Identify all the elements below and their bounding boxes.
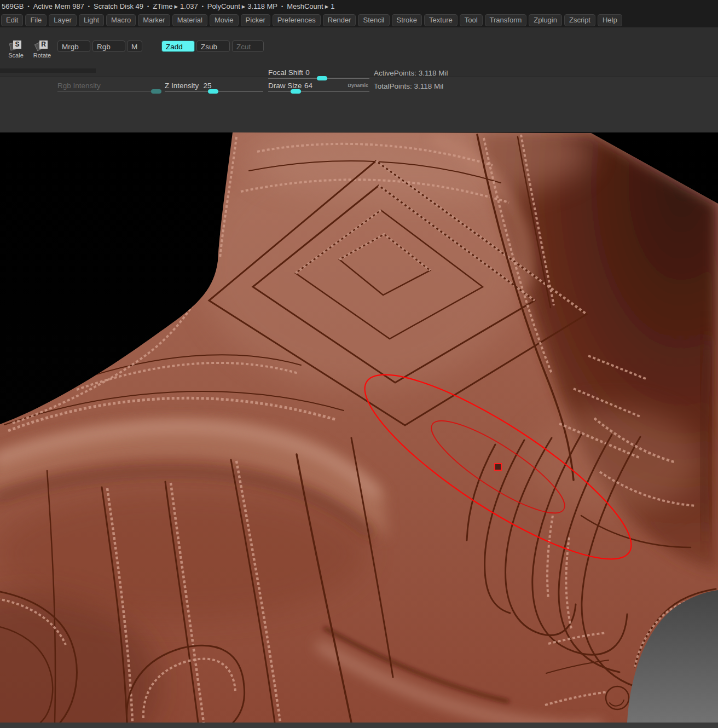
menu-item[interactable]: Texture — [424, 14, 458, 26]
menu-item[interactable]: Help — [598, 14, 622, 26]
arrow-icon: ▶ — [325, 4, 329, 9]
scale-icon: S — [9, 41, 22, 51]
status-label: Active Mem 987 — [33, 2, 84, 10]
sculpt-canvas[interactable] — [0, 132, 718, 723]
menu-item[interactable]: Zplugin — [529, 14, 562, 26]
scale-tool[interactable]: S Scale — [5, 41, 26, 59]
focal-shift-slider[interactable]: Focal Shift 0 — [268, 67, 369, 80]
menu-item[interactable]: Render — [323, 14, 356, 26]
menu-item[interactable]: Tool — [460, 14, 483, 26]
draw-size-handle[interactable] — [291, 89, 301, 94]
draw-size-value: 64 — [304, 82, 312, 90]
bullet-separator: • — [202, 4, 204, 9]
zcut-button[interactable]: Zcut — [232, 41, 264, 52]
menu-item[interactable]: Picker — [241, 14, 270, 26]
rgb-intensity-track[interactable] — [57, 91, 161, 92]
menu-item[interactable]: Stroke — [392, 14, 422, 26]
menu-item[interactable]: File — [25, 14, 47, 26]
menu-item[interactable]: Transform — [485, 14, 527, 26]
bullet-separator: • — [88, 4, 90, 9]
arrow-icon: ▶ — [175, 4, 178, 9]
brush-cursor-center-point — [495, 464, 501, 470]
menu-bar: Edit File Layer Light Macro Marker Mater… — [0, 13, 718, 27]
status-item: 569GB — [2, 2, 24, 10]
zadd-button[interactable]: Zadd — [161, 41, 195, 52]
bullet-separator: • — [27, 4, 29, 9]
menu-item[interactable]: Marker — [138, 14, 170, 26]
bottom-bar — [0, 723, 718, 728]
viewport-svg — [0, 132, 718, 723]
status-value: 1 — [331, 2, 334, 10]
scale-label: Scale — [5, 52, 26, 59]
rotate-icon: R — [36, 41, 49, 51]
status-label: MeshCount — [287, 2, 323, 10]
z-intensity-handle[interactable] — [208, 89, 218, 94]
tray-divider-notch — [0, 68, 96, 73]
mrgb-button[interactable]: Mrgb — [57, 41, 90, 52]
status-value: 1.037 — [180, 2, 198, 10]
draw-size-slider[interactable]: Draw Size 64 Dynamic — [268, 80, 369, 94]
status-label: Scratch Disk 49 — [94, 2, 143, 10]
rgb-button[interactable]: Rgb — [92, 41, 125, 52]
status-label: 569GB — [2, 2, 24, 10]
scale-icon-letter: S — [13, 41, 21, 49]
rgb-intensity-label: Rgb Intensity — [57, 82, 101, 90]
rgb-intensity-slider[interactable]: Rgb Intensity — [57, 80, 161, 94]
status-item: •Active Mem 987 — [24, 2, 84, 10]
status-value: 3.118 MP — [247, 2, 277, 10]
zsub-button[interactable]: Zsub — [196, 41, 230, 52]
status-item: •PolyCount▶3.118 MP — [198, 2, 277, 10]
menu-item[interactable]: Edit — [1, 14, 23, 26]
z-intensity-value: 25 — [201, 82, 212, 90]
draw-size-track[interactable] — [268, 91, 369, 92]
menu-item[interactable]: Stencil — [358, 14, 389, 26]
rotate-icon-letter: R — [39, 41, 48, 49]
dynamic-toggle[interactable]: Dynamic — [348, 83, 368, 88]
menu-item[interactable]: Preferences — [273, 14, 321, 26]
bullet-separator: • — [281, 4, 283, 9]
menu-item[interactable]: Layer — [49, 14, 77, 26]
focal-shift-label: Focal Shift — [268, 68, 303, 77]
z-intensity-label: Z Intensity — [165, 82, 199, 90]
status-label: PolyCount — [207, 2, 240, 10]
bullet-separator: • — [147, 4, 149, 9]
focal-shift-handle[interactable] — [317, 76, 327, 80]
rotate-tool[interactable]: R Rotate — [32, 41, 53, 59]
active-points-readout: ActivePoints: 3.118 Mil — [374, 69, 448, 77]
m-button[interactable]: M — [127, 41, 142, 52]
menu-item[interactable]: Macro — [106, 14, 136, 26]
status-label: ZTime — [153, 2, 172, 10]
status-bar: 569GB •Active Mem 987 •Scratch Disk 49 •… — [0, 0, 718, 13]
total-points-readout: TotalPoints: 3.118 Mil — [374, 82, 443, 90]
rgb-intensity-handle[interactable] — [151, 89, 161, 94]
arrow-icon: ▶ — [242, 4, 246, 9]
draw-size-label: Draw Size — [268, 82, 302, 90]
rotate-label: Rotate — [32, 52, 53, 59]
status-item: •MeshCount▶1 — [277, 2, 334, 10]
status-item: •ZTime▶1.037 — [143, 2, 198, 10]
z-intensity-slider[interactable]: Z Intensity 25 — [165, 80, 263, 94]
menu-item[interactable]: Material — [172, 14, 207, 26]
status-item: •Scratch Disk 49 — [84, 2, 143, 10]
menu-item[interactable]: Zscript — [564, 14, 595, 26]
menu-item[interactable]: Light — [79, 14, 104, 26]
menu-item[interactable]: Movie — [210, 14, 239, 26]
focal-shift-value: 0 — [305, 68, 310, 77]
toolbar: S Scale R Rotate Mrgb Rgb M Rgb Intensit… — [0, 27, 718, 77]
